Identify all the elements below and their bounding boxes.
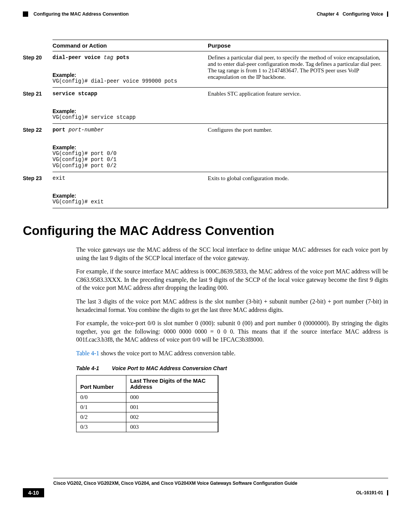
page-header: Configuring the MAC Address Convention C… [23,11,388,17]
header-chapter-label: Chapter 4 [317,11,339,17]
table-row: 0/2 002 [76,412,218,422]
table-title: Voice Port to MAC Address Conversion Cha… [112,365,227,371]
example-code: VG(config)# dial-peer voice 999000 pots [53,78,205,84]
cmd-text: dial-peer voice [53,54,104,61]
cmd-text: service stcapp [53,91,97,97]
command-table: Command or Action Purpose Step 20 dial-p… [23,40,388,208]
table-row: Step 20 dial-peer voice tag pots Example… [23,51,388,88]
example-code: VG(config)# service stcapp [53,114,205,120]
table-reference-text: shows the voice port to MAC address conv… [99,350,236,356]
step-label: Step 23 [23,172,53,208]
body-paragraph: For example, the voice-port 0/0 is slot … [76,319,388,344]
table-row: 0/3 003 [76,422,218,432]
table-row: 0/0 000 [76,392,218,402]
digits-cell: 003 [126,422,218,432]
page-number: 4-10 [23,488,44,497]
header-chapter-title: Configuring Voice [342,11,383,17]
footer-doc-id: OL-16191-01 [356,490,383,495]
section-heading: Configuring the MAC Address Convention [23,224,388,238]
digits-cell: 000 [126,392,218,402]
cmd-text: pots [113,54,129,61]
purpose-header: Purpose [208,40,388,51]
purpose-text: Enables STC application feature service. [208,88,388,124]
table-row: Step 23 exit Example: VG(config)# exit E… [23,172,388,208]
conversion-table: Port Number Last Three Digits of the MAC… [76,375,218,432]
example-label: Example: [53,108,205,114]
table-reference-link[interactable]: Table 4-1 [76,350,99,356]
table-row: Step 22 port port-number Example: VG(con… [23,124,388,172]
header-section-title: Configuring the MAC Address Convention [33,11,129,17]
digits-cell: 002 [126,412,218,422]
body-paragraph: For example, if the source interface MAC… [76,267,388,292]
example-code: VG(config)# exit [53,199,205,205]
port-cell: 0/1 [76,402,126,412]
table-row: 0/1 001 [76,402,218,412]
body-paragraph: The last 3 digits of the voice port MAC … [76,297,388,314]
body-paragraph: The voice gateways use the MAC address o… [76,246,388,262]
port-cell: 0/2 [76,412,126,422]
footer-bar-icon [387,490,388,495]
conv-header-digits: Last Three Digits of the MAC Address [126,375,218,392]
purpose-text: Defines a particular dial peer, to speci… [208,51,388,88]
port-cell: 0/0 [76,392,126,402]
header-bar-icon [387,11,388,17]
table-caption: Table 4-1 Voice Port to MAC Address Conv… [76,365,388,371]
step-label: Step 21 [23,88,53,124]
port-cell: 0/3 [76,422,126,432]
cmd-arg: port-number [68,127,104,133]
purpose-text: Exits to global configuration mode. [208,172,388,208]
table-number: Table 4-1 [76,365,99,371]
cmd-text: port [53,127,68,133]
command-header: Command or Action [53,40,208,51]
header-square-icon [23,11,28,17]
cmd-text: exit [53,175,205,181]
body-paragraph: Table 4-1 shows the voice port to MAC ad… [76,349,388,358]
step-label: Step 22 [23,124,53,172]
table-row: Step 21 service stcapp Example: VG(confi… [23,88,388,124]
cmd-arg: tag [104,54,113,61]
example-label: Example: [53,144,205,150]
conv-header-port: Port Number [76,375,126,392]
purpose-text: Configures the port number. [208,124,388,172]
example-code: VG(config)# port 0/0 VG(config)# port 0/… [53,150,205,169]
step-label: Step 20 [23,51,53,88]
example-label: Example: [53,193,205,199]
digits-cell: 001 [126,402,218,412]
example-label: Example: [53,72,205,78]
footer-doc-title: Cisco VG202, Cisco VG202XM, Cisco VG204,… [53,481,388,486]
page-footer: Cisco VG202, Cisco VG202XM, Cisco VG204,… [23,478,388,497]
